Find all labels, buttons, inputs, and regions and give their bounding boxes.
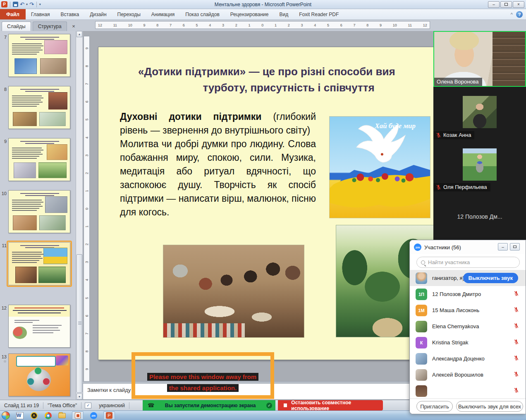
video-tile-4[interactable]: 12 Полозов Дм... bbox=[433, 191, 526, 240]
search-input[interactable] bbox=[428, 259, 511, 265]
undo-icon[interactable]: ↶ bbox=[20, 2, 24, 7]
mute-status[interactable] bbox=[514, 371, 519, 378]
stop-share-button[interactable]: Остановить совместное использование bbox=[278, 400, 383, 410]
antivirus-icon[interactable]: A bbox=[31, 412, 38, 419]
minimize-ribbon-icon[interactable]: ^ bbox=[511, 12, 513, 17]
close-panel-icon[interactable]: × bbox=[70, 23, 77, 29]
thumbnail-image bbox=[39, 112, 66, 126]
mute-status[interactable] bbox=[514, 291, 519, 298]
participants-header[interactable]: zm Участники (56) – bbox=[410, 240, 526, 254]
participant-name: Оля Перфильева bbox=[443, 184, 487, 190]
scroll-down-icon[interactable]: ▼ bbox=[77, 394, 82, 400]
ribbon-tab-9[interactable]: Вид bbox=[274, 9, 294, 19]
thumbnail-image bbox=[38, 267, 66, 283]
thumbnail-image bbox=[48, 92, 67, 110]
stop-icon bbox=[284, 403, 287, 407]
ruler-number: 4 bbox=[314, 23, 316, 27]
ruler-number: 11 bbox=[408, 23, 412, 27]
video-tile-1[interactable]: Олена Воронова bbox=[433, 31, 526, 87]
word-icon[interactable]: W bbox=[16, 412, 24, 419]
minimize-button[interactable]: – bbox=[488, 1, 500, 8]
participant-row-4[interactable]: Elena Chernyakova bbox=[410, 318, 526, 334]
panel-maximize-button[interactable] bbox=[510, 243, 520, 251]
ruler-number: 1 bbox=[275, 23, 277, 27]
slide-thumbnail-12[interactable] bbox=[8, 305, 70, 348]
mute-status[interactable] bbox=[514, 307, 519, 314]
customize-qat-icon[interactable]: ▾ bbox=[39, 2, 41, 6]
restore-button[interactable] bbox=[500, 1, 512, 8]
thumbnail-image bbox=[43, 248, 67, 264]
tab-slides[interactable]: Слайды bbox=[2, 21, 31, 31]
scroll-up-icon[interactable]: ▲ bbox=[77, 31, 82, 37]
slide-title-line2[interactable]: турботу, присутність і співчуття bbox=[152, 81, 425, 94]
explorer-icon[interactable] bbox=[58, 413, 66, 418]
panel-minimize-button[interactable]: – bbox=[498, 243, 508, 251]
save-icon[interactable] bbox=[13, 2, 18, 7]
workshop-photo[interactable] bbox=[163, 245, 304, 338]
ruler-number: 7 bbox=[84, 83, 88, 85]
mute-status[interactable] bbox=[514, 387, 519, 394]
ribbon-tab-10[interactable]: Foxit Reader PDF bbox=[294, 9, 344, 19]
start-button[interactable] bbox=[2, 411, 10, 420]
undo-dropdown-icon[interactable]: ▾ bbox=[26, 2, 28, 6]
slide-canvas[interactable]: «Дотики підтримки» — це про різні способ… bbox=[98, 47, 433, 360]
slide-thumbnail-9[interactable] bbox=[8, 138, 70, 181]
participant-initials-badge: 1П bbox=[416, 289, 427, 300]
dove-peace-image[interactable]: Хай буде мир bbox=[329, 116, 430, 218]
presentation-task-button[interactable] bbox=[72, 411, 84, 420]
ribbon-tab-8[interactable]: Рецензирование bbox=[225, 9, 274, 19]
participant-row-3[interactable]: 1М15 Маша Лисоконь bbox=[410, 302, 526, 318]
ruler-number: 2 bbox=[84, 172, 88, 174]
participant-row-5[interactable]: КKristina Strigak bbox=[410, 334, 526, 351]
thumbnail-image bbox=[45, 196, 67, 213]
ribbon-tab-6[interactable]: Анимация bbox=[146, 9, 180, 19]
redo-icon[interactable]: ↷ bbox=[29, 2, 34, 7]
thumbnail-image bbox=[14, 58, 37, 74]
tab-outline[interactable]: Структура bbox=[33, 21, 67, 31]
participant-search-box[interactable] bbox=[416, 257, 520, 268]
ribbon-tab-3[interactable]: Вставка bbox=[55, 9, 85, 19]
mute-participant-button[interactable]: Выключить звук bbox=[463, 273, 518, 283]
mute-status[interactable] bbox=[514, 355, 519, 362]
thumbnail-image bbox=[47, 144, 67, 160]
ribbon-tab-5[interactable]: Переходы bbox=[112, 9, 146, 19]
slide-thumbnail-13[interactable] bbox=[8, 353, 70, 396]
participant-row-1[interactable]: ганизатор, я)Выключить звук bbox=[410, 270, 526, 286]
slide-body-text[interactable]: Духовні дотики підтримки (глибокий рівен… bbox=[120, 110, 316, 219]
close-button[interactable]: × bbox=[513, 1, 524, 8]
scrollbar-thumb[interactable] bbox=[77, 254, 82, 393]
slide-title-line1[interactable]: «Дотики підтримки» — це про різні способ… bbox=[138, 65, 395, 78]
ribbon-tab-1[interactable]: Файл bbox=[0, 9, 26, 19]
powerpoint-logo-icon[interactable]: P bbox=[1, 1, 7, 7]
mute-status[interactable] bbox=[514, 339, 519, 346]
ribbon-tab-2[interactable]: Главная bbox=[26, 9, 55, 19]
slide-thumbnail-8[interactable] bbox=[8, 86, 70, 129]
ribbon-tab-7[interactable]: Показ слайдов bbox=[180, 9, 225, 19]
ribbon-tab-4[interactable]: Дизайн bbox=[84, 9, 112, 19]
participant-row-6[interactable]: Александра Доценко bbox=[410, 351, 526, 367]
powerpoint-task-button[interactable]: P bbox=[103, 411, 115, 420]
participant-name: Александра Доценко bbox=[432, 356, 485, 362]
video-tile-2[interactable]: Козак Анна bbox=[433, 87, 526, 139]
slide-thumbnail-7[interactable] bbox=[8, 34, 70, 77]
thumbnail-scrollbar[interactable]: ▲ ▼ bbox=[76, 31, 82, 400]
help-icon[interactable]: ? bbox=[516, 11, 523, 18]
invite-button[interactable]: Пригласить bbox=[416, 401, 453, 412]
mute-all-button[interactable]: Выключить звук для всех bbox=[456, 401, 523, 412]
body-text: (глибокий рівень — звернення до внутрішн… bbox=[120, 111, 318, 217]
divider bbox=[36, 2, 37, 7]
video-tile-3[interactable]: Оля Перфильева bbox=[433, 139, 526, 191]
participant-initials-badge: 1М bbox=[416, 305, 427, 316]
zoom-app-icon[interactable]: zm bbox=[90, 412, 97, 419]
participant-row-2[interactable]: 1П12 Полозов Дмитро bbox=[410, 286, 526, 302]
chrome-icon[interactable] bbox=[45, 412, 52, 419]
language-indicator[interactable]: украинский bbox=[95, 403, 129, 408]
mute-status[interactable] bbox=[514, 323, 519, 330]
participant-row-8[interactable] bbox=[410, 383, 526, 399]
participant-row-7[interactable]: Алексей Ворошилов bbox=[410, 367, 526, 383]
ruler-number: 1 bbox=[249, 23, 251, 27]
ruler-number: 8 bbox=[84, 65, 88, 67]
slide-thumbnail-10[interactable] bbox=[8, 190, 70, 233]
spellcheck-icon[interactable]: ✓ bbox=[85, 403, 91, 408]
slide-thumbnail-11[interactable] bbox=[8, 242, 70, 285]
